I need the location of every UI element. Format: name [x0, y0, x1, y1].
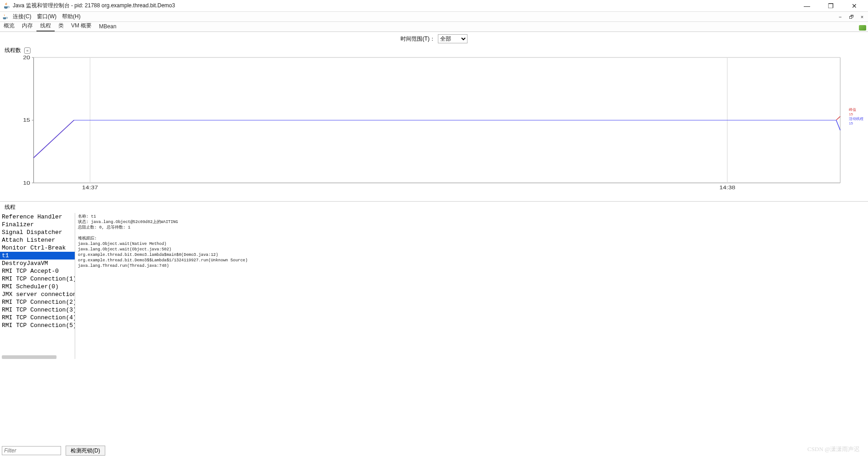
watermark: CSDN @潇潇雨声迟 — [807, 445, 860, 453]
thread-item[interactable]: RMI TCP Connection(1)-192 — [0, 275, 75, 283]
time-range-bar: 时间范围(T)： 全部 — [0, 32, 868, 46]
svg-text:20: 20 — [23, 55, 30, 61]
tab-2[interactable]: 线程 — [36, 21, 55, 31]
mdi-restore[interactable]: 🗗 — [847, 14, 855, 20]
minimize-button[interactable]: — — [799, 2, 815, 10]
maximize-button[interactable]: ❐ — [822, 2, 839, 10]
svg-text:14:37: 14:37 — [82, 185, 98, 190]
titlebar: Java 监视和管理控制台 - pid: 21788 org.example.t… — [0, 0, 868, 12]
tabbar: 概览内存线程类VM 概要MBean — [0, 22, 868, 32]
thread-list[interactable]: Reference HandlerFinalizerSignal Dispatc… — [0, 213, 75, 359]
tab-0[interactable]: 概览 — [0, 21, 18, 31]
menu-help[interactable]: 帮助(H) — [59, 13, 83, 21]
tab-1[interactable]: 内存 — [18, 21, 36, 31]
svg-text:14:38: 14:38 — [719, 185, 735, 190]
chart-title: 线程数 — [5, 47, 21, 53]
mdi-controls: − 🗗 × — [836, 14, 866, 20]
thread-item[interactable]: RMI TCP Accept-0 — [0, 267, 75, 275]
thread-item[interactable]: Signal Dispatcher — [0, 228, 75, 236]
chart-legend: 峰值15活动线程15 — [849, 108, 863, 126]
thread-panel: Reference HandlerFinalizerSignal Dispatc… — [0, 213, 868, 359]
mdi-minimize[interactable]: − — [836, 14, 844, 20]
menu-connect[interactable]: 连接(C) — [10, 13, 34, 21]
menu-window[interactable]: 窗口(W) — [34, 13, 59, 21]
window-controls: — ❐ ✕ — [799, 2, 865, 10]
horizontal-scrollbar[interactable] — [2, 355, 56, 359]
time-range-select[interactable]: 全部 — [438, 34, 467, 43]
close-button[interactable]: ✕ — [846, 2, 863, 10]
java-icon — [3, 2, 10, 10]
thread-item[interactable]: t1 — [0, 252, 75, 260]
bottom-bar: 检测死锁(D) — [0, 445, 868, 456]
detect-deadlock-button[interactable]: 检测死锁(D) — [66, 446, 105, 456]
connection-status-icon — [859, 25, 866, 31]
thread-item[interactable]: Reference Handler — [0, 213, 75, 221]
tab-3[interactable]: 类 — [55, 21, 67, 31]
thread-item[interactable]: JMX server connection tim — [0, 291, 75, 298]
thread-item[interactable]: Attach Listener — [0, 236, 75, 244]
svg-text:10: 10 — [23, 180, 30, 186]
thread-item[interactable]: Finalizer — [0, 221, 75, 228]
svg-text:15: 15 — [23, 118, 30, 123]
thread-item[interactable]: Monitor Ctrl-Break — [0, 244, 75, 252]
thread-chart: 10152014:3714:38 峰值15活动线程15 — [5, 55, 863, 197]
java-icon — [2, 14, 8, 20]
thread-item[interactable]: RMI Scheduler(0) — [0, 283, 75, 291]
time-range-label: 时间范围(T)： — [401, 35, 435, 43]
chart-title-row: 线程数 « — [0, 46, 868, 55]
tab-4[interactable]: VM 概要 — [67, 21, 95, 31]
chart-canvas: 10152014:3714:38 — [5, 55, 863, 197]
filter-input[interactable] — [2, 446, 61, 455]
thread-item[interactable]: DestroyJavaVM — [0, 260, 75, 267]
thread-item[interactable]: RMI TCP Connection(5)-192 — [0, 322, 75, 329]
menubar: 连接(C) 窗口(W) 帮助(H) − 🗗 × — [0, 12, 868, 22]
thread-item[interactable]: RMI TCP Connection(4)-192 — [0, 314, 75, 322]
window-title: Java 监视和管理控制台 - pid: 21788 org.example.t… — [13, 2, 799, 10]
mdi-close[interactable]: × — [858, 14, 866, 20]
thread-item[interactable]: RMI TCP Connection(3)-192 — [0, 306, 75, 314]
threads-section-label: 线程 — [0, 201, 868, 213]
tab-5[interactable]: MBean — [95, 22, 120, 31]
collapse-icon[interactable]: « — [24, 47, 31, 54]
thread-item[interactable]: RMI TCP Connection(2)-192 — [0, 298, 75, 306]
thread-detail: 名称: t1 状态: java.lang.Object@52c09d82上的WA… — [75, 213, 868, 359]
